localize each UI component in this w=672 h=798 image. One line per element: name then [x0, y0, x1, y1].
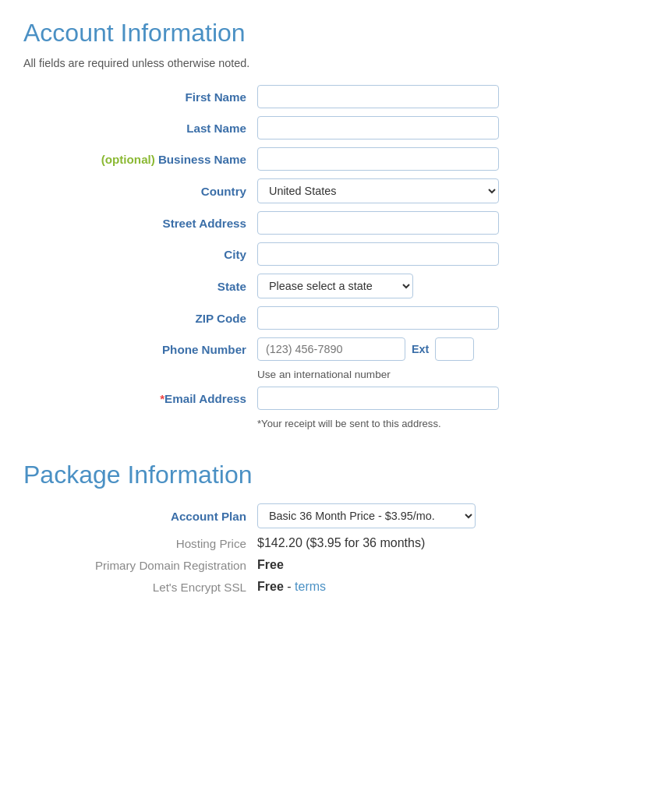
- account-info-subtitle: All fields are required unless otherwise…: [23, 57, 649, 69]
- ssl-row: Let's Encrypt SSL Free - terms: [23, 580, 649, 594]
- ssl-label: Let's Encrypt SSL: [23, 581, 257, 594]
- last-name-label: Last Name: [23, 122, 257, 135]
- business-name-row: (optional)Business Name: [23, 147, 649, 171]
- email-input[interactable]: [257, 387, 499, 410]
- email-label: *Email Address: [23, 392, 257, 405]
- state-label: State: [23, 280, 257, 293]
- primary-domain-row: Primary Domain Registration Free: [23, 558, 649, 572]
- last-name-input[interactable]: [257, 116, 499, 139]
- state-select[interactable]: Please select a state Alabama Alaska Ari…: [257, 274, 413, 298]
- account-plan-select[interactable]: Basic 36 Month Price - $3.95/mo. Basic 2…: [257, 503, 476, 528]
- first-name-label: First Name: [23, 90, 257, 104]
- last-name-row: Last Name: [23, 116, 649, 139]
- street-address-row: Street Address: [23, 211, 649, 235]
- state-row: State Please select a state Alabama Alas…: [23, 274, 649, 298]
- phone-input-group: Ext: [257, 337, 474, 361]
- hosting-price-label: Hosting Price: [23, 537, 257, 550]
- zip-code-input[interactable]: [257, 306, 499, 330]
- optional-tag: (optional): [101, 153, 155, 166]
- package-information-section: Package Information Account Plan Basic 3…: [23, 461, 649, 594]
- package-info-title: Package Information: [23, 461, 649, 489]
- hosting-price-value: $142.20 ($3.95 for 36 months): [257, 536, 425, 550]
- country-label: Country: [23, 185, 257, 198]
- email-row: *Email Address: [23, 387, 649, 410]
- hosting-price-row: Hosting Price $142.20 ($3.95 for 36 mont…: [23, 536, 649, 550]
- ext-input[interactable]: [435, 337, 474, 361]
- zip-code-label: ZIP Code: [23, 312, 257, 325]
- ssl-free-text: Free: [257, 580, 284, 593]
- phone-number-row: Phone Number Ext: [23, 337, 649, 361]
- account-information-section: Account Information All fields are requi…: [23, 19, 649, 429]
- phone-helper-text: Use an international number: [257, 369, 649, 380]
- account-info-title: Account Information: [23, 19, 649, 48]
- city-input[interactable]: [257, 242, 499, 266]
- primary-domain-value: Free: [257, 558, 284, 572]
- phone-number-label: Phone Number: [23, 343, 257, 356]
- zip-code-row: ZIP Code: [23, 306, 649, 330]
- ssl-dash: -: [287, 580, 295, 593]
- business-name-input[interactable]: [257, 147, 499, 171]
- business-name-label: (optional)Business Name: [23, 153, 257, 166]
- first-name-input[interactable]: [257, 85, 499, 108]
- primary-domain-label: Primary Domain Registration: [23, 559, 257, 572]
- country-row: Country United States Canada United King…: [23, 178, 649, 203]
- street-address-input[interactable]: [257, 211, 499, 235]
- ext-label: Ext: [412, 343, 429, 355]
- ssl-value: Free - terms: [257, 580, 326, 594]
- email-note: *Your receipt will be sent to this addre…: [257, 418, 649, 429]
- city-label: City: [23, 248, 257, 261]
- street-address-label: Street Address: [23, 217, 257, 230]
- city-row: City: [23, 242, 649, 266]
- account-plan-label: Account Plan: [23, 510, 257, 523]
- phone-input[interactable]: [257, 337, 405, 361]
- first-name-row: First Name: [23, 85, 649, 108]
- country-select[interactable]: United States Canada United Kingdom Aust…: [257, 178, 499, 203]
- ssl-terms-link[interactable]: terms: [295, 580, 326, 593]
- account-plan-row: Account Plan Basic 36 Month Price - $3.9…: [23, 503, 649, 528]
